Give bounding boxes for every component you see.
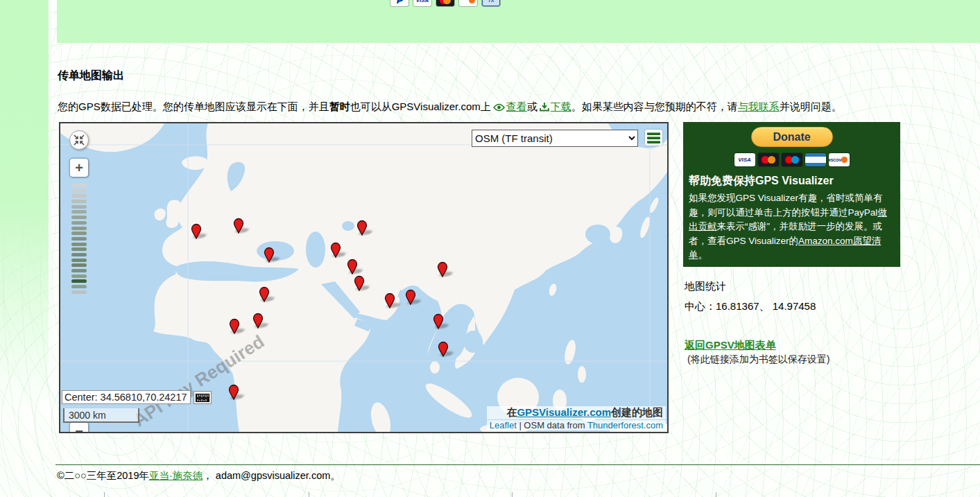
- map-scale-bar: 3000 km: [63, 408, 139, 423]
- zoom-slider-bar[interactable]: [71, 269, 87, 272]
- mastercard-card-icon: [758, 153, 779, 166]
- zoom-slider-bar[interactable]: [71, 184, 87, 187]
- contact-link[interactable]: 与我联系: [738, 101, 780, 112]
- zoom-slider-bar[interactable]: [71, 285, 87, 288]
- pin-icon: [405, 289, 416, 305]
- zoom-slider-bar[interactable]: [71, 237, 87, 241]
- map-marker[interactable]: [264, 247, 275, 263]
- footer-copyright: ©二○○三年至2019年亚当·施奈德， adam@gpsvisualizer.c…: [57, 469, 341, 482]
- map-marker[interactable]: [384, 293, 395, 308]
- map-menu-button[interactable]: [645, 130, 662, 146]
- donate-panel: Donate VISADISCOVER 帮助免费保持GPS Visualizer…: [683, 122, 900, 267]
- center-label: 中心：: [685, 300, 716, 312]
- pin-icon: [384, 293, 395, 308]
- pin-icon: [252, 313, 264, 329]
- zoom-slider-bar[interactable]: [71, 243, 87, 246]
- map-marker[interactable]: [437, 261, 448, 277]
- map-marker[interactable]: [229, 318, 240, 334]
- zoom-slider-bar[interactable]: [71, 290, 87, 294]
- pin-icon: [438, 341, 449, 357]
- zoom-slider-bar[interactable]: [71, 221, 87, 225]
- zoom-slider-bar[interactable]: [71, 210, 87, 213]
- zoom-slider-bar[interactable]: [71, 194, 87, 198]
- return-link[interactable]: 返回GPSV地图表单: [685, 339, 776, 351]
- center-value: 16.81367、 14.97458: [716, 300, 816, 312]
- fit-bounds-button[interactable]: [69, 130, 89, 150]
- zoom-slider-bar[interactable]: [71, 227, 87, 230]
- donate-body: 如果您发现GPS Visualizer有趣，省时或简单有趣，则可以通过单击上方的…: [689, 191, 895, 263]
- map-center-input[interactable]: [62, 390, 191, 404]
- author-link[interactable]: 亚当·施奈德: [149, 470, 203, 481]
- map-marker[interactable]: [228, 384, 239, 400]
- intro-or: 或: [527, 101, 538, 112]
- zoom-slider-bar[interactable]: [71, 232, 87, 235]
- thunderforest-link[interactable]: Thunderforest.com: [587, 420, 663, 430]
- map-marker[interactable]: [438, 341, 449, 357]
- copyright-period: 。: [330, 470, 341, 481]
- top-banner: PVISATX: [57, 0, 980, 43]
- zoom-out-button[interactable]: −: [70, 422, 88, 433]
- leaflet-link[interactable]: Leaflet: [490, 420, 517, 430]
- measure-tool-button[interactable]: [194, 391, 212, 404]
- echeck-card-icon: TX: [482, 0, 500, 6]
- zoom-slider-bar[interactable]: [71, 263, 87, 267]
- intro-text: 您的GPS数据已处理。您的传单地图应该显示在下面，并且暂时也可以从GPSVisu…: [58, 99, 931, 115]
- attr1-suffix: 创建的地图: [611, 406, 663, 418]
- copyright-sep: ，: [203, 470, 216, 481]
- zoom-slider-bar[interactable]: [71, 274, 87, 278]
- maestro-card-icon: [782, 153, 802, 166]
- donate-body-text: 如果您发现GPS Visualizer有趣，省时或简单有趣，则可以通过单击上方的…: [689, 193, 883, 218]
- view-link[interactable]: 查看: [506, 101, 527, 112]
- map-marker[interactable]: [433, 313, 444, 329]
- table-border-tick: [512, 492, 513, 497]
- download-link[interactable]: 下载: [551, 101, 571, 112]
- gpsvisualizer-link[interactable]: GPSVisualizer.com: [517, 406, 611, 418]
- contact-email: adam@gpsvisualizer.com: [216, 470, 330, 481]
- pin-icon: [437, 261, 448, 277]
- zoom-slider-bar[interactable]: [71, 189, 87, 193]
- amex-card-icon: [805, 153, 826, 166]
- intro-part4: 并说明问题。: [780, 101, 842, 112]
- map-marker[interactable]: [356, 220, 368, 236]
- zoom-in-button[interactable]: +: [70, 159, 88, 177]
- zoom-slider-bar[interactable]: [71, 205, 87, 209]
- zoom-slider-bar[interactable]: [71, 279, 87, 283]
- zoom-slider-bar[interactable]: [71, 247, 87, 251]
- arrows-inward-icon: [73, 134, 85, 146]
- pin-icon: [191, 223, 202, 239]
- zoom-slider-bar[interactable]: [71, 253, 87, 256]
- return-to-form: 返回GPSV地图表单: [685, 339, 776, 352]
- pin-icon: [259, 286, 270, 302]
- table-border-tick: [309, 492, 309, 497]
- map-marker[interactable]: [347, 259, 358, 274]
- menu-bar-icon: [647, 137, 660, 139]
- map-marker[interactable]: [405, 289, 416, 305]
- pin-icon: [229, 318, 240, 334]
- eye-icon: [493, 101, 505, 115]
- donate-button[interactable]: Donate: [751, 127, 833, 147]
- footer-divider: [55, 464, 980, 465]
- map-marker[interactable]: [252, 313, 264, 329]
- attr1-prefix: 在: [506, 406, 517, 418]
- pin-icon: [433, 313, 444, 329]
- paypal-card-icon: P: [390, 0, 409, 6]
- page-title: 传单地图输出: [58, 69, 124, 83]
- attribution-line2: Leaflet | OSM data from Thunderforest.co…: [487, 420, 666, 430]
- table-border-tick: [716, 492, 716, 497]
- map-layer-select[interactable]: OSM (TF transit): [472, 130, 638, 147]
- map-marker[interactable]: [259, 286, 270, 302]
- intro-bold: 暂时: [329, 101, 350, 112]
- zoom-slider-bar[interactable]: [71, 200, 87, 203]
- map-canvas[interactable]: API Key Required + − OSM (TF transit): [59, 122, 669, 433]
- zoom-slider[interactable]: [71, 184, 87, 295]
- pin-icon: [233, 218, 244, 234]
- payment-icons: PVISATX: [390, 0, 500, 6]
- zoom-slider-bar[interactable]: [71, 216, 87, 219]
- map-center-stat: 中心：16.81367、 14.97458: [685, 300, 816, 313]
- map-marker[interactable]: [354, 275, 365, 291]
- zoom-slider-bar[interactable]: [71, 259, 87, 262]
- map-marker[interactable]: [191, 223, 202, 239]
- map-marker[interactable]: [330, 242, 341, 258]
- map-marker[interactable]: [233, 218, 244, 234]
- pin-icon: [330, 242, 341, 258]
